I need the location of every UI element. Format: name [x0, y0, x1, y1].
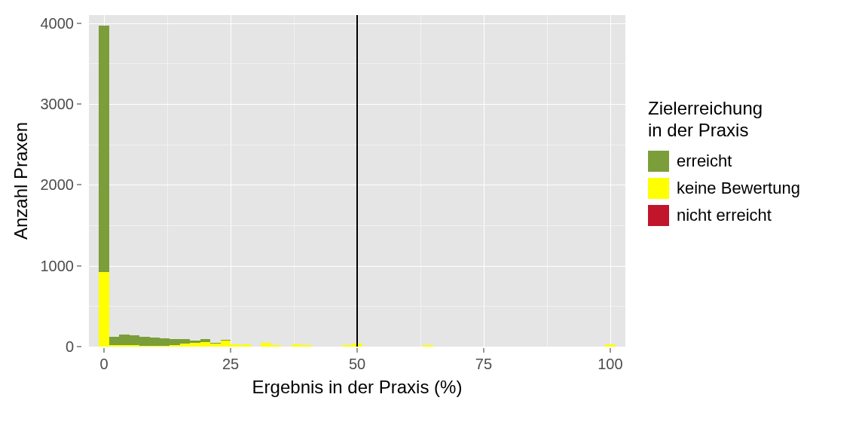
gridline-y: [89, 347, 625, 347]
x-tick-mark: [483, 348, 484, 353]
bar-segment: [200, 342, 210, 347]
x-tick-label: 75: [475, 356, 492, 373]
y-tick-mark: [77, 23, 81, 23]
bar-segment: [170, 345, 179, 347]
legend-item: keine Bewertung: [648, 175, 859, 202]
y-axis-ticks: 01000200030004000: [36, 15, 81, 347]
legend-item: nicht erreicht: [648, 202, 859, 229]
x-tick-label: 25: [222, 356, 239, 373]
reference-vline: [356, 15, 358, 347]
legend: Zielerreichungin der Praxis erreichtkein…: [648, 98, 859, 229]
x-tick-label: 0: [100, 356, 108, 373]
bar-segment: [261, 343, 270, 347]
bar-segment: [190, 341, 200, 343]
legend-title: Zielerreichungin der Praxis: [648, 98, 859, 142]
bar-segment: [180, 339, 190, 344]
bar-segment: [99, 26, 108, 272]
bar-segment: [160, 338, 170, 346]
bar-segment: [99, 272, 108, 347]
bar-segment: [150, 338, 160, 346]
bar-segment: [139, 337, 149, 346]
bar-segment: [130, 335, 139, 345]
y-tick-label: 1000: [29, 257, 74, 274]
x-tick-mark: [231, 348, 231, 353]
bar-segment: [241, 344, 251, 347]
bar-segment: [160, 346, 170, 347]
legend-swatch: [648, 178, 669, 199]
bar-segment: [130, 345, 139, 347]
bar-segment: [139, 346, 149, 347]
bar-segment: [301, 345, 311, 347]
legend-label: nicht erreicht: [677, 206, 772, 225]
y-tick-mark: [77, 347, 81, 347]
x-tick-label: 100: [598, 356, 622, 373]
bar-segment: [423, 345, 432, 347]
bar-segment: [119, 335, 129, 345]
y-tick-label: 3000: [29, 96, 74, 113]
bar-segment: [271, 345, 281, 347]
legend-items: erreichtkeine Bewertungnicht erreicht: [648, 148, 859, 229]
legend-label: keine Bewertung: [677, 179, 800, 198]
y-tick-mark: [77, 104, 81, 105]
y-tick-label: 0: [29, 338, 74, 356]
y-tick-label: 2000: [29, 176, 74, 194]
chart-container: Anzahl Praxen 01000200030004000 02550751…: [0, 0, 868, 434]
plot-panel: [89, 15, 625, 347]
bar-segment: [119, 345, 129, 347]
bar-segment: [109, 345, 119, 347]
bar-segment: [170, 339, 179, 346]
y-tick-label: 4000: [29, 14, 74, 32]
bar-segment: [109, 337, 119, 345]
x-tick-label: 50: [349, 356, 365, 373]
x-axis-ticks: 0255075100: [89, 348, 625, 378]
bar-segment: [221, 341, 231, 347]
bar-segment: [605, 344, 615, 347]
bar-segment: [221, 340, 231, 341]
bar-segment: [150, 346, 160, 347]
legend-swatch: [648, 151, 669, 172]
bar-segment: [292, 344, 301, 347]
legend-item: erreicht: [648, 148, 859, 175]
x-tick-mark: [104, 348, 105, 353]
bar-segment: [210, 344, 220, 347]
y-tick-mark: [77, 265, 81, 266]
bar-segment: [190, 343, 200, 347]
bar-segment: [200, 339, 210, 341]
legend-label: erreicht: [677, 151, 732, 171]
bar-segment: [210, 343, 220, 344]
x-tick-mark: [357, 348, 358, 353]
x-axis-label: Ergebnis in der Praxis (%): [89, 377, 625, 398]
y-tick-mark: [77, 185, 81, 185]
bar-segment: [180, 344, 190, 347]
x-tick-mark: [610, 348, 610, 353]
legend-swatch: [648, 205, 669, 226]
bar-segment: [342, 345, 352, 347]
bar-segment: [231, 344, 240, 347]
